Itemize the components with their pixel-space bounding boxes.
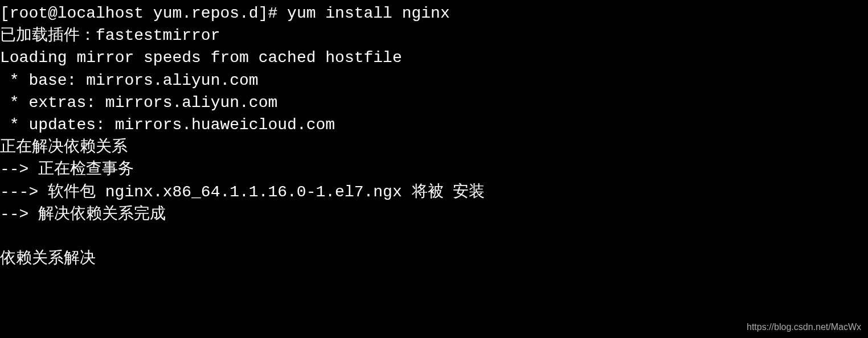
terminal-line: --> 正在检查事务 [0,158,868,180]
terminal-line: ---> 软件包 nginx.x86_64.1.1.16.0-1.el7.ngx… [0,181,868,203]
terminal-output[interactable]: [root@localhost yum.repos.d]# yum instal… [0,2,868,270]
terminal-blank-line [0,225,868,248]
terminal-line-prompt: [root@localhost yum.repos.d]# yum instal… [0,2,868,24]
terminal-line: 正在解决依赖关系 [0,136,868,158]
watermark-text: https://blog.csdn.net/MacWx [747,321,861,333]
terminal-line: 已加载插件：fastestmirror [0,24,868,47]
terminal-line: * updates: mirrors.huaweicloud.com [0,114,868,136]
terminal-line: Loading mirror speeds from cached hostfi… [0,47,868,69]
terminal-line: 依赖关系解决 [0,248,868,270]
terminal-line: * extras: mirrors.aliyun.com [0,92,868,114]
terminal-line: --> 解决依赖关系完成 [0,203,868,225]
terminal-line: * base: mirrors.aliyun.com [0,69,868,92]
